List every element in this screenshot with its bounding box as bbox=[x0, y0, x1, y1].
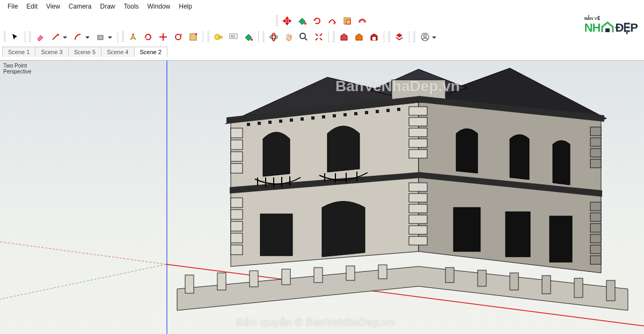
menu-draw[interactable]: Draw bbox=[96, 1, 120, 12]
svg-rect-23 bbox=[282, 269, 290, 285]
menu-tools[interactable]: Tools bbox=[120, 1, 143, 12]
svg-rect-84 bbox=[322, 115, 325, 118]
svg-rect-60 bbox=[590, 224, 601, 232]
3d-warehouse-open[interactable] bbox=[337, 30, 351, 44]
grip-icon[interactable] bbox=[4, 32, 6, 42]
svg-rect-47 bbox=[409, 150, 427, 158]
svg-rect-44 bbox=[409, 117, 427, 126]
grip-icon[interactable] bbox=[29, 32, 31, 42]
site-logo: BẢN VẼ NHĐẸP bbox=[584, 16, 638, 35]
line-tool[interactable] bbox=[48, 30, 70, 44]
scene-tabs: Scene 1 Scene 3 Scene 5 Scene 4 Scene 2 bbox=[0, 45, 644, 57]
svg-rect-20 bbox=[185, 275, 194, 293]
grip-icon[interactable] bbox=[207, 32, 209, 42]
pan-tool[interactable] bbox=[282, 30, 296, 44]
svg-text:A1: A1 bbox=[231, 34, 236, 38]
orbit-tool[interactable] bbox=[267, 30, 281, 44]
svg-rect-22 bbox=[250, 271, 258, 287]
svg-line-19 bbox=[0, 264, 166, 299]
svg-rect-62 bbox=[590, 245, 601, 254]
svg-point-13 bbox=[300, 33, 305, 39]
select-tool[interactable] bbox=[8, 30, 22, 44]
svg-rect-78 bbox=[258, 122, 261, 125]
svg-rect-21 bbox=[217, 273, 226, 290]
move-tool[interactable] bbox=[280, 14, 294, 28]
building-model bbox=[166, 60, 639, 334]
tab-scene-5[interactable]: Scene 5 bbox=[68, 47, 101, 57]
grip-icon[interactable] bbox=[333, 32, 335, 42]
extension-manager[interactable] bbox=[392, 30, 406, 44]
toolbar-modify bbox=[0, 13, 644, 29]
svg-rect-31 bbox=[574, 278, 583, 298]
push-pull-tool[interactable] bbox=[126, 30, 140, 44]
svg-rect-38 bbox=[231, 198, 243, 207]
svg-rect-46 bbox=[409, 139, 427, 147]
svg-rect-58 bbox=[590, 202, 601, 211]
eraser-tool[interactable] bbox=[33, 30, 47, 44]
menu-view[interactable]: View bbox=[42, 1, 64, 12]
grip-icon[interactable] bbox=[276, 16, 278, 26]
viewport-3d[interactable]: Two Point Perspective bbox=[0, 60, 644, 334]
grip-icon[interactable] bbox=[262, 32, 265, 42]
tab-scene-3[interactable]: Scene 3 bbox=[35, 47, 68, 57]
rotate-tool[interactable] bbox=[310, 14, 324, 28]
svg-point-4 bbox=[162, 36, 164, 38]
follow-me-tool[interactable] bbox=[325, 14, 339, 28]
zoom-extents-tool[interactable] bbox=[312, 30, 326, 44]
svg-rect-30 bbox=[542, 276, 551, 294]
tab-scene-2[interactable]: Scene 2 bbox=[134, 47, 167, 57]
offset-tool-alt[interactable] bbox=[186, 30, 200, 44]
grip-icon[interactable] bbox=[122, 32, 124, 42]
svg-rect-7 bbox=[219, 36, 222, 38]
svg-rect-14 bbox=[372, 37, 376, 40]
shape-tool[interactable] bbox=[93, 30, 115, 44]
user-account[interactable] bbox=[418, 30, 439, 44]
text-tool[interactable]: A1 bbox=[226, 30, 240, 44]
svg-rect-48 bbox=[409, 183, 427, 191]
scale-tool[interactable] bbox=[340, 14, 354, 28]
logo-part-2: ĐẸP bbox=[615, 21, 638, 34]
tab-scene-1[interactable]: Scene 1 bbox=[2, 47, 35, 57]
svg-rect-25 bbox=[346, 266, 355, 280]
paint-bucket[interactable] bbox=[241, 30, 255, 44]
svg-point-16 bbox=[424, 35, 427, 38]
grip-icon[interactable] bbox=[413, 32, 415, 42]
menu-edit[interactable]: Edit bbox=[22, 1, 42, 12]
svg-rect-57 bbox=[590, 159, 601, 168]
svg-rect-86 bbox=[343, 113, 347, 116]
menu-window[interactable]: Window bbox=[143, 1, 175, 12]
scale-tool-alt[interactable] bbox=[171, 30, 185, 44]
svg-rect-80 bbox=[279, 120, 282, 123]
tab-scene-4[interactable]: Scene 4 bbox=[101, 47, 134, 57]
arc-tool[interactable] bbox=[71, 30, 92, 44]
paint-bucket-tool[interactable] bbox=[295, 14, 309, 28]
menu-help[interactable]: Help bbox=[174, 1, 196, 12]
svg-rect-37 bbox=[231, 164, 243, 173]
3d-warehouse-share[interactable] bbox=[352, 30, 366, 44]
svg-rect-43 bbox=[409, 107, 427, 115]
svg-rect-3 bbox=[98, 35, 103, 40]
svg-rect-53 bbox=[409, 236, 427, 245]
menu-camera[interactable]: Camera bbox=[64, 1, 96, 12]
offset-tool[interactable] bbox=[355, 14, 369, 28]
svg-rect-28 bbox=[478, 270, 486, 286]
svg-rect-51 bbox=[409, 215, 427, 224]
grip-icon[interactable] bbox=[388, 32, 390, 42]
svg-rect-77 bbox=[247, 123, 250, 126]
menu-file[interactable]: File bbox=[3, 1, 22, 12]
svg-rect-76 bbox=[550, 216, 572, 262]
svg-rect-89 bbox=[376, 110, 379, 113]
rotate-tool-alt[interactable] bbox=[156, 30, 170, 44]
svg-rect-26 bbox=[378, 265, 387, 279]
tape-measure-tool[interactable] bbox=[211, 30, 225, 44]
svg-rect-41 bbox=[231, 233, 243, 243]
svg-rect-75 bbox=[506, 212, 530, 257]
extension-warehouse[interactable] bbox=[367, 30, 381, 44]
svg-rect-39 bbox=[231, 210, 243, 219]
zoom-tool[interactable] bbox=[297, 30, 311, 44]
move-tool-alt[interactable] bbox=[141, 30, 155, 44]
svg-rect-54 bbox=[590, 127, 601, 136]
svg-rect-42 bbox=[231, 245, 243, 255]
svg-rect-40 bbox=[231, 221, 243, 231]
svg-point-0 bbox=[304, 23, 306, 25]
